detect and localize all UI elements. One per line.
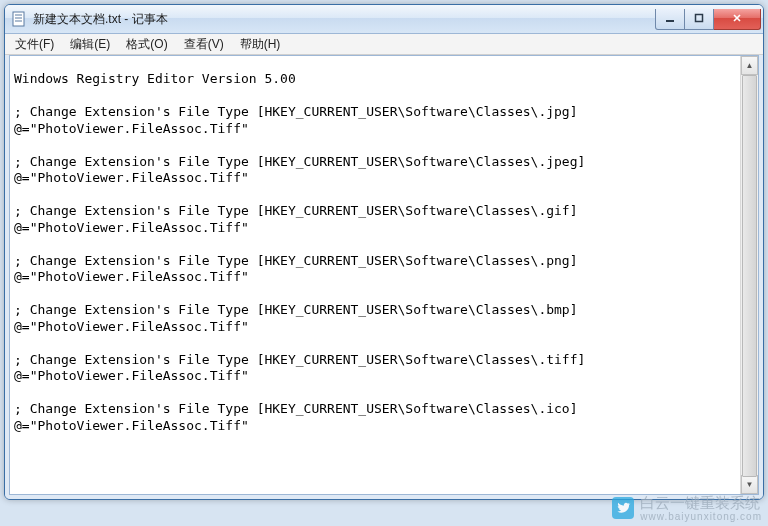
- menu-help[interactable]: 帮助(H): [232, 35, 289, 54]
- maximize-icon: [694, 13, 704, 25]
- client-area: Windows Registry Editor Version 5.00 ; C…: [9, 55, 759, 495]
- scroll-track[interactable]: [741, 75, 758, 475]
- scroll-down-button[interactable]: ▼: [741, 475, 758, 494]
- text-area[interactable]: Windows Registry Editor Version 5.00 ; C…: [10, 69, 758, 495]
- close-icon: [732, 13, 742, 25]
- vertical-scrollbar[interactable]: ▲ ▼: [740, 56, 758, 494]
- window-title: 新建文本文档.txt - 记事本: [33, 11, 655, 28]
- titlebar[interactable]: 新建文本文档.txt - 记事本: [5, 5, 763, 34]
- scroll-up-button[interactable]: ▲: [741, 56, 758, 75]
- menu-format[interactable]: 格式(O): [118, 35, 175, 54]
- chevron-up-icon: ▲: [746, 61, 754, 70]
- notepad-icon: [11, 11, 27, 27]
- minimize-icon: [665, 13, 675, 25]
- maximize-button[interactable]: [685, 9, 714, 30]
- window-controls: [655, 9, 761, 29]
- client-frame: Windows Registry Editor Version 5.00 ; C…: [5, 55, 763, 499]
- menu-view[interactable]: 查看(V): [176, 35, 232, 54]
- svg-rect-5: [696, 15, 703, 22]
- window: 新建文本文档.txt - 记事本 文件(F) 编辑(E) 格式(O) 查看(V)…: [4, 4, 764, 500]
- minimize-button[interactable]: [655, 9, 685, 30]
- menu-file[interactable]: 文件(F): [7, 35, 62, 54]
- scroll-thumb[interactable]: [742, 75, 757, 477]
- close-button[interactable]: [714, 9, 761, 30]
- chevron-down-icon: ▼: [746, 480, 754, 489]
- svg-rect-0: [13, 12, 24, 26]
- bird-icon: [612, 497, 634, 519]
- menu-edit[interactable]: 编辑(E): [62, 35, 118, 54]
- watermark-url: www.baiyunxitong.com: [640, 511, 762, 522]
- menubar: 文件(F) 编辑(E) 格式(O) 查看(V) 帮助(H): [5, 34, 763, 55]
